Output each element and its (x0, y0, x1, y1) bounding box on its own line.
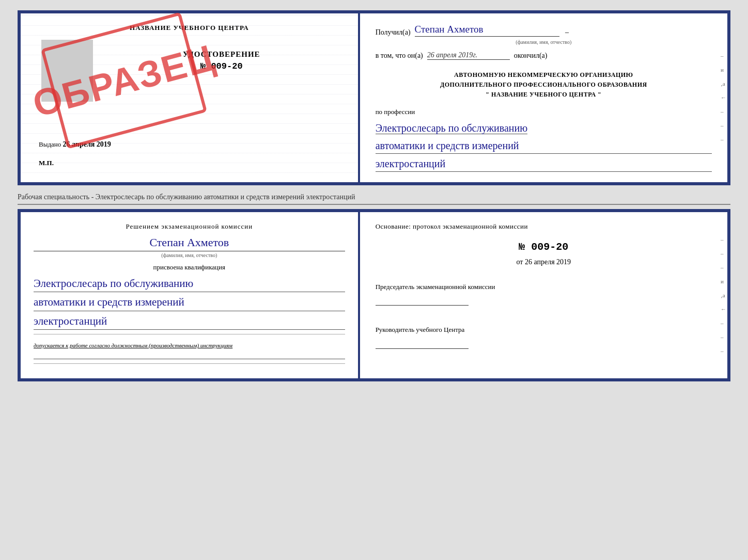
protocol-date-value: 26 апреля 2019 (525, 258, 571, 266)
v-tom-line: в том, что он(а) 26 апреля 2019г. окончи… (376, 51, 712, 60)
cert-bottom-right: Основание: протокол экзаменационной коми… (360, 212, 727, 379)
protocol-number: № 009-20 (376, 241, 712, 253)
predsedatel-title: Председатель экзаменационной комиссии (376, 283, 495, 291)
predsedatel-block: Председатель экзаменационной комиссии (376, 282, 712, 310)
top-certificate: НАЗВАНИЕ УЧЕБНОГО ЦЕНТРА УДОСТОВЕРЕНИЕ №… (18, 10, 730, 185)
profession-line3: электростанций (376, 156, 712, 172)
right-edge-labels: – и ‚а ← – – – (721, 13, 726, 182)
bottom-certificate: Решением экзаменационной комиссии Степан… (18, 209, 730, 382)
resheniem-label: Решением экзаменационной комиссии (34, 222, 345, 231)
udostoverenie-title: УДОСТОВЕРЕНИЕ (98, 50, 345, 59)
cert-number-top: № 009-20 (98, 61, 345, 71)
bottom-name: Степан Ахметов (34, 236, 345, 251)
kvalif-line2: автоматики и средств измерений (34, 294, 345, 311)
right-edge-labels-bottom: – – – и ‚а ← – – – (721, 212, 726, 379)
cert-bottom-left: Решением экзаменационной комиссии Степан… (21, 212, 360, 379)
predsedatel-signature-line (376, 296, 469, 306)
org-line3: " НАЗВАНИЕ УЧЕБНОГО ЦЕНТРА " (376, 90, 712, 100)
cert-top-left: НАЗВАНИЕ УЧЕБНОГО ЦЕНТРА УДОСТОВЕРЕНИЕ №… (21, 13, 360, 182)
kvalif-line1: Электрослесарь по обслуживанию (34, 276, 345, 293)
v-tom-label: в том, что он(а) (376, 52, 423, 60)
vydano-line: Выдано 26 апреля 2019 (34, 140, 345, 149)
osnovanie-label: Основание: протокол экзаменационной коми… (376, 222, 712, 231)
dopuskaetsya-block: допускается к работе согласно должностны… (34, 342, 345, 359)
v-tom-date: 26 апреля 2019г. (427, 51, 510, 60)
poluchil-label: Получил(а) (376, 28, 411, 37)
cert-top-right: Получил(а) Степан Ахметов – (фамилия, им… (360, 13, 727, 182)
photo-placeholder (41, 40, 93, 102)
vydano-date: 26 апреля 2019 (63, 140, 111, 148)
org-line1: АВТОНОМНУЮ НЕКОММЕРЧЕСКУЮ ОРГАНИЗАЦИЮ (376, 70, 712, 80)
org-block: АВТОНОМНУЮ НЕКОММЕРЧЕСКУЮ ОРГАНИЗАЦИЮ ДО… (376, 70, 712, 100)
dopuskaetsya-label: допускается к (34, 342, 68, 348)
mp-label: М.П. (34, 159, 345, 167)
fio-small-bottom: (фамилия, имя, отчество) (34, 252, 345, 258)
prisvoyena-label: присвоена квалификация (34, 263, 345, 271)
okonchil-label: окончил(а) (514, 52, 548, 60)
org-line2: ДОПОЛНИТЕЛЬНОГО ПРОФЕССИОНАЛЬНОГО ОБРАЗО… (376, 80, 712, 90)
vydano-label: Выдано (39, 140, 61, 148)
protocol-date-prefix: от (517, 258, 523, 266)
kvalif-line3: электростанций (34, 313, 345, 330)
po-professii-label: по профессии (376, 108, 712, 116)
profession-line2: автоматики и средств измерений (376, 138, 712, 154)
poluchil-name: Степан Ахметов (415, 24, 559, 37)
rukovoditel-title: Руководитель учебного Центра (376, 326, 465, 333)
fio-small-top: (фамилия, имя, отчество) (376, 39, 712, 45)
rukovoditel-signature-line (376, 340, 469, 349)
rukovoditel-block: Руководитель учебного Центра (376, 325, 712, 353)
profession-line1: Электрослесарь по обслуживанию (376, 122, 527, 134)
poluchil-line: Получил(а) Степан Ахметов – (376, 24, 712, 37)
center-name-top: НАЗВАНИЕ УЧЕБНОГО ЦЕНТРА (34, 24, 345, 32)
dash1: – (564, 28, 569, 37)
protocol-date: от 26 апреля 2019 (376, 258, 712, 266)
dopuskaetsya-text: работе согласно должностным (производств… (70, 342, 232, 348)
specialty-text: Рабочая специальность - Электрослесарь п… (18, 190, 730, 205)
